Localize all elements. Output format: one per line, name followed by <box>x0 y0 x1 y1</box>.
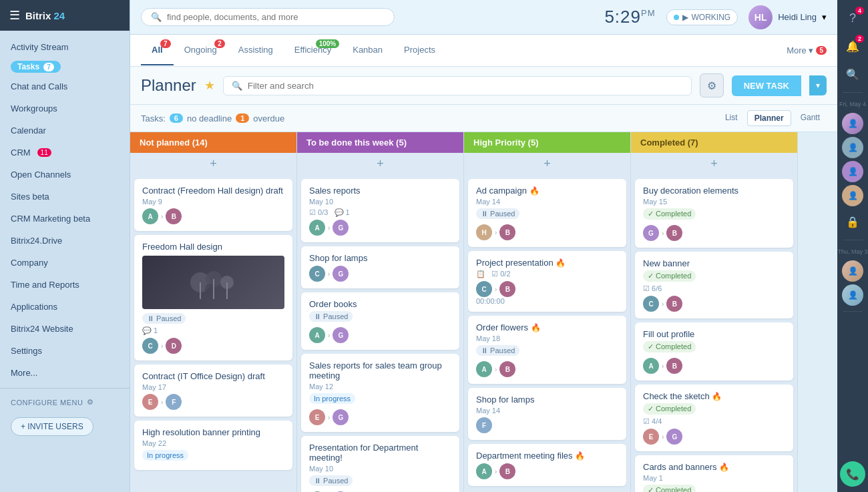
card-freedom-hall[interactable]: Freedom Hall design ⏸ Paused <box>134 235 292 360</box>
sidebar-item-bitrix-website[interactable]: Bitrix24 Website <box>0 318 130 340</box>
contact-avatar-4[interactable]: 👤 <box>842 185 863 206</box>
tasks-chip[interactable]: Tasks 7 <box>11 61 61 73</box>
sidebar-tasks-row: Tasks 7 <box>0 58 130 75</box>
column-header-high-priority: High Priority (5) <box>464 132 630 153</box>
card-new-banner[interactable]: New banner ✓ Completed ☑ 6/6 C › B <box>635 252 793 318</box>
working-status-button[interactable]: ▶ WORKING <box>666 9 738 25</box>
sidebar-item-settings[interactable]: Settings <box>0 340 130 362</box>
view-buttons: List Planner Gantt <box>718 110 827 126</box>
card-image <box>142 256 284 309</box>
stats-tasks-label: Tasks: 6 no deadline 1 overdue <box>141 113 284 124</box>
avatar: A <box>309 220 325 236</box>
contact-avatar-2[interactable]: 👤 <box>842 137 863 158</box>
sidebar-item-calendar[interactable]: Calendar <box>0 119 130 142</box>
card-dept-meeting-files[interactable]: Department meeting files 🔥 A › B <box>468 444 626 486</box>
phone-icon[interactable]: 📞 <box>840 461 865 487</box>
avatar: A <box>643 358 659 374</box>
avatar: B <box>499 361 515 377</box>
contact-avatar-5[interactable]: 👤 <box>842 260 863 282</box>
sidebar-item-chat[interactable]: Chat and Calls <box>0 75 130 97</box>
card-contract-freedom[interactable]: Contract (Freedom Hall design) draft May… <box>134 179 292 231</box>
search-input[interactable] <box>167 12 385 22</box>
card-ad-campaign[interactable]: Ad campaign 🔥 May 14 ⏸ Paused H › B <box>468 179 626 247</box>
card-banner-printing[interactable]: High resolution banner printing May 22 I… <box>134 421 292 470</box>
view-gantt-button[interactable]: Gantt <box>794 110 827 126</box>
status-icon: ▶ <box>682 13 688 22</box>
card-sales-reports-meeting[interactable]: Sales reports for sales team group meeti… <box>301 354 459 432</box>
filter-input[interactable] <box>248 81 683 91</box>
avatar: G <box>666 429 682 445</box>
column-cards-to-be-done: Sales reports May 10 ☑ 0/3 💬 1 A › G Sho… <box>297 175 463 492</box>
filter-bar[interactable]: 🔍 <box>223 76 692 95</box>
contact-avatar-1[interactable]: 👤 <box>842 113 863 134</box>
card-check-sketch[interactable]: Check the sketch 🔥 ✓ Completed ☑ 4/4 E ›… <box>635 385 793 451</box>
card-project-presentation[interactable]: Project presentation 🔥 📋 ☑ 0/2 C › B 00:… <box>468 251 626 312</box>
column-header-completed: Completed (7) <box>631 132 797 153</box>
sidebar-item-workgroups[interactable]: Workgroups <box>0 97 130 119</box>
column-add-to-be-done[interactable]: + <box>297 153 463 175</box>
contact-avatar-6[interactable]: 👤 <box>842 284 863 306</box>
view-list-button[interactable]: List <box>718 110 744 126</box>
settings-gear-button[interactable]: ⚙ <box>700 73 724 97</box>
planner-header: Planner ★ 🔍 ⚙ NEW TASK ▾ <box>130 67 837 105</box>
tab-projects[interactable]: Projects <box>393 35 446 65</box>
sidebar-item-crm-marketing[interactable]: CRM Marketing beta <box>0 208 130 230</box>
avatar: B <box>499 463 515 479</box>
sidebar-item-crm[interactable]: CRM 11 <box>0 142 130 164</box>
favorite-star-icon[interactable]: ★ <box>204 78 215 93</box>
tabs-bar: All 7 Ongoing 2 Assisting Efficiency 100… <box>130 35 837 67</box>
sidebar-item-applications[interactable]: Applications <box>0 296 130 318</box>
column-high-priority: High Priority (5) + Ad campaign 🔥 May 14… <box>464 132 631 492</box>
avatar: G <box>333 327 349 343</box>
card-sales-reports[interactable]: Sales reports May 10 ☑ 0/3 💬 1 A › G <box>301 179 459 242</box>
card-presentation-dept[interactable]: Presentation for Department meeting! May… <box>301 436 459 492</box>
sidebar-item-time-reports[interactable]: Time and Reports <box>0 274 130 296</box>
column-add-completed[interactable]: + <box>631 153 797 175</box>
sidebar-item-open-channels[interactable]: Open Channels <box>0 164 130 186</box>
separator <box>843 92 863 93</box>
new-task-button[interactable]: NEW TASK <box>732 75 801 96</box>
card-shop-lamps[interactable]: Shop for lamps C › G <box>301 246 459 288</box>
column-add-high-priority[interactable]: + <box>464 153 630 175</box>
new-task-dropdown-button[interactable]: ▾ <box>809 75 827 95</box>
stats-bar: Tasks: 6 no deadline 1 overdue List Plan… <box>130 105 837 132</box>
avatar: A <box>142 208 158 224</box>
tab-more[interactable]: More ▾ 5 <box>787 45 827 55</box>
tab-ongoing[interactable]: Ongoing 2 <box>174 35 228 65</box>
configure-menu-row[interactable]: CONFIGURE MENU ⚙ <box>0 393 130 412</box>
card-order-books[interactable]: Order books ⏸ Paused A › G <box>301 292 459 350</box>
invite-users-button[interactable]: + INVITE USERS <box>11 417 93 436</box>
lock-icon[interactable]: 🔒 <box>840 209 865 234</box>
sidebar-item-company[interactable]: Company <box>0 252 130 274</box>
sidebar-item-sites[interactable]: Sites beta <box>0 186 130 208</box>
user-area[interactable]: HL Heidi Ling ▾ <box>748 5 827 29</box>
card-cards-banners[interactable]: Cards and banners 🔥 May 1 ✓ Completed H … <box>635 455 793 492</box>
sidebar-item-more[interactable]: More... <box>0 362 130 384</box>
avatar: A <box>309 327 325 343</box>
view-planner-button[interactable]: Planner <box>747 110 791 126</box>
chevron-down-icon: ▾ <box>822 12 827 22</box>
clock-display: 5:29PM <box>604 7 655 27</box>
card-fill-profile[interactable]: Fill out profile ✓ Completed A › B <box>635 322 793 381</box>
sidebar-item-drive[interactable]: Bitrix24.Drive <box>0 230 130 252</box>
notification-bell-icon[interactable]: 🔔 2 <box>840 33 865 59</box>
card-shop-lamps-hp[interactable]: Shop for lamps May 14 F <box>468 388 626 440</box>
tab-kanban[interactable]: Kanban <box>342 35 393 65</box>
tab-all[interactable]: All 7 <box>141 35 174 65</box>
avatar: G <box>333 266 349 282</box>
question-icon[interactable]: ? 4 <box>840 5 865 31</box>
search-icon: 🔍 <box>151 12 162 22</box>
search-bar[interactable]: 🔍 <box>141 8 395 26</box>
search-icon[interactable]: 🔍 <box>840 61 865 87</box>
column-add-not-planned[interactable]: + <box>130 153 296 175</box>
tab-assisting[interactable]: Assisting <box>228 35 284 65</box>
gear-icon[interactable]: ⚙ <box>87 398 94 407</box>
hamburger-menu[interactable]: ☰ <box>9 8 20 23</box>
tab-efficiency[interactable]: Efficiency 100% <box>284 35 342 65</box>
card-order-flowers[interactable]: Order flowers 🔥 May 18 ⏸ Paused A › B <box>468 316 626 384</box>
avatar: B <box>166 208 182 224</box>
contact-avatar-3[interactable]: 👤 <box>842 161 863 182</box>
sidebar-item-activity[interactable]: Activity Stream <box>0 36 130 58</box>
card-contract-it[interactable]: Contract (IT Office Design) draft May 17… <box>134 364 292 417</box>
card-buy-decoration[interactable]: Buy decoration elements May 15 ✓ Complet… <box>635 179 793 248</box>
